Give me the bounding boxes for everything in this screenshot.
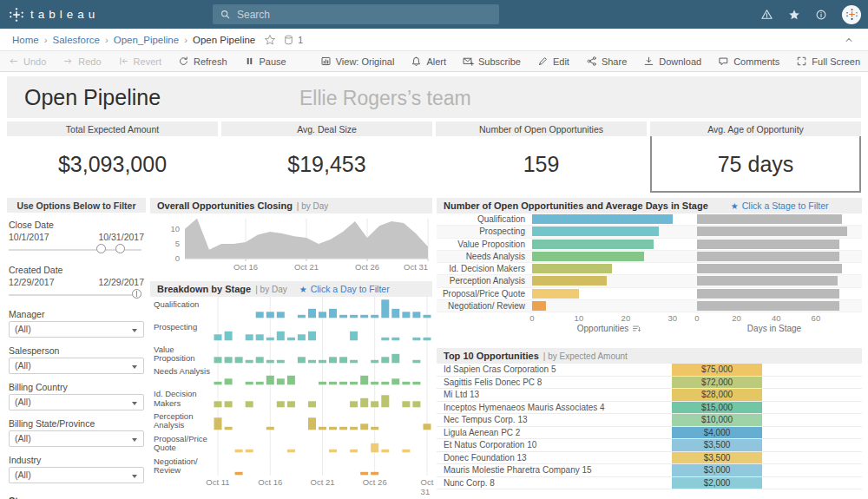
dashboard: Open Pipeline Ellie Rogers’s team Total … [0,72,868,499]
top10-row[interactable]: Et Natus Corporation 10$3,500 [437,439,862,452]
opportunities-bar[interactable] [532,264,687,273]
top10-row[interactable]: Inceptos Hymenaeos Mauris Associates 4$1… [437,402,862,415]
stage-summary-title: Number of Open Opportunities and Average… [444,200,708,211]
kpi-value: $3,093,000 [7,136,218,193]
days-in-stage-bar[interactable] [697,301,852,311]
kpi-card-avg-age-of-opportunity[interactable]: Avg. Age of Opportunity75 days [650,121,861,193]
filter-dropdown-billing-state-province[interactable]: (All) [9,430,144,447]
breadcrumb-item-home[interactable]: Home [12,35,39,45]
days-in-stage-bar[interactable] [697,289,852,299]
bar [532,301,546,311]
toolbar-full-screen-button[interactable]: Full Screen [796,56,860,67]
breakdown-row-bars[interactable] [213,364,432,386]
top10-row[interactable]: Id Sapien Cras Corporation 5$75,000 [437,364,862,377]
breakdown-row-bars[interactable] [213,409,432,431]
breakdown-row-bars[interactable] [213,454,432,476]
kpi-value: 75 days [650,136,861,193]
top10-row[interactable]: Mi Ltd 13$28,000 [437,389,862,402]
toolbar-edit-button[interactable]: Edit [537,56,569,67]
top10-row[interactable]: Nec Tempus Corp. 13$10,000 [437,414,862,427]
opportunities-bar[interactable] [532,289,687,299]
tableau-logo-icon [9,7,24,23]
days-in-stage-bar[interactable] [697,276,852,286]
collapse-chevron-icon[interactable] [844,35,854,45]
days-in-stage-bar[interactable] [697,264,852,273]
created-date-slider[interactable] [9,288,141,303]
kpi-card-number-of-open-opportunities[interactable]: Number of Open Opportunities159 [436,121,647,193]
toolbar-item-label: Share [602,56,627,67]
toolbar-redo-button[interactable]: Redo [62,56,101,67]
breadcrumb-item-salesforce[interactable]: Salesforce [53,35,100,45]
favorites-star-icon[interactable] [788,9,800,21]
opportunities-bar[interactable] [532,240,687,249]
stage-row-label: Needs Analysis [437,252,532,261]
breakdown-row-label: Needs Analysis [150,364,213,386]
toolbar-undo-button[interactable]: Undo [8,56,46,67]
filter-dropdown-industry[interactable]: (All) [9,467,144,483]
data-source-icon[interactable] [283,34,294,46]
breakdown-row-bars[interactable] [213,297,432,319]
kpi-card-total-expected-amount[interactable]: Total Expected Amount$3,093,000 [7,121,218,193]
opportunities-bar[interactable] [532,214,687,224]
svg-text:0: 0 [175,253,180,263]
slider-handle[interactable] [115,244,125,253]
toolbar-comments-button[interactable]: Comments [718,56,779,67]
close-date-slider[interactable] [9,243,141,258]
slider-handle[interactable] [132,289,141,299]
sort-icon[interactable] [632,324,641,333]
opportunities-bar[interactable] [532,301,687,311]
favorite-star-outline-icon[interactable] [264,34,276,46]
breakdown-row-bars[interactable] [213,319,432,342]
filter-block-salesperson: Salesperson(All) [7,345,146,374]
days-in-stage-bar[interactable] [697,240,852,249]
slider-handle[interactable] [96,244,106,253]
toolbar-refresh-button[interactable]: Refresh [178,56,227,67]
click-day-filter-action[interactable]: ★ Click a Day to Filter [299,284,390,294]
top10-row[interactable]: Mauris Molestie Pharetra Company 15$3,00… [437,464,862,477]
days-in-stage-bar[interactable] [697,227,852,236]
filter-panel-title: Use Options Below to Filter [7,198,146,213]
opportunity-name: Mauris Molestie Pharetra Company 15 [437,465,592,475]
opportunities-bar[interactable] [532,276,687,286]
top10-row[interactable]: Sagittis Felis Donec PC 8$72,000 [437,377,862,390]
search-input[interactable] [237,9,463,21]
top10-row[interactable]: Nunc Corp. 8$2,000 [437,477,862,490]
top10-subtitle: | by Expected Amount [543,351,628,361]
top10-row[interactable]: Donec Foundation 13$3,500 [437,452,862,465]
close-date-label: Close Date [9,220,144,230]
toolbar-download-button[interactable]: Download [643,56,701,67]
toolbar-pause-button[interactable]: Pause [244,56,286,67]
info-icon[interactable] [815,9,827,21]
kpi-card-avg-deal-size[interactable]: Avg. Deal Size$19,453 [221,121,432,193]
toolbar-item-label: Undo [23,56,46,67]
breakdown-row-negotiation-review: Negotiation/ Review [150,454,432,476]
breakdown-row-bars[interactable] [213,431,432,454]
click-stage-filter-action[interactable]: ★ Click a Stage to Filter [731,200,829,211]
toolbar-item-label: Comments [733,56,779,67]
toolbar-share-button[interactable]: Share [586,56,627,67]
breakdown-row-label: Prospecting [150,319,213,342]
breakdown-row-needs-analysis: Needs Analysis [150,364,432,386]
breadcrumb-item-open-pipeline[interactable]: Open_Pipeline [114,35,179,45]
breakdown-row-bars[interactable] [213,342,432,364]
user-avatar[interactable] [842,5,861,24]
opportunities-bar[interactable] [532,252,687,261]
days-in-stage-bar[interactable] [697,214,852,224]
toolbar-revert-button[interactable]: Revert [118,56,161,67]
overall-closing-area-chart[interactable]: 1050Oct 16Oct 21Oct 26Oct 31 [150,213,432,278]
created-date-from: 12/29/2017 [9,277,55,287]
tableau-logo[interactable]: tableau [9,7,99,23]
top10-row[interactable]: Ligula Aenean PC 2$4,000 [437,427,862,440]
filter-dropdown-manager[interactable]: (All) [9,321,144,338]
search-box[interactable] [213,4,499,24]
toolbar-alert-button[interactable]: Alert [411,56,446,67]
filter-dropdown-salesperson[interactable]: (All) [9,358,144,374]
days-in-stage-bar[interactable] [697,252,852,261]
toolbar-view-original-button[interactable]: View: Original [320,56,395,67]
toolbar-subscribe-button[interactable]: Subscribe [463,56,521,67]
breadcrumb-separator: › [44,35,48,45]
opportunities-bar[interactable] [532,227,687,236]
breakdown-row-bars[interactable] [213,386,432,409]
filter-dropdown-billing-country[interactable]: (All) [9,394,144,410]
alerts-warning-icon[interactable] [760,8,773,21]
